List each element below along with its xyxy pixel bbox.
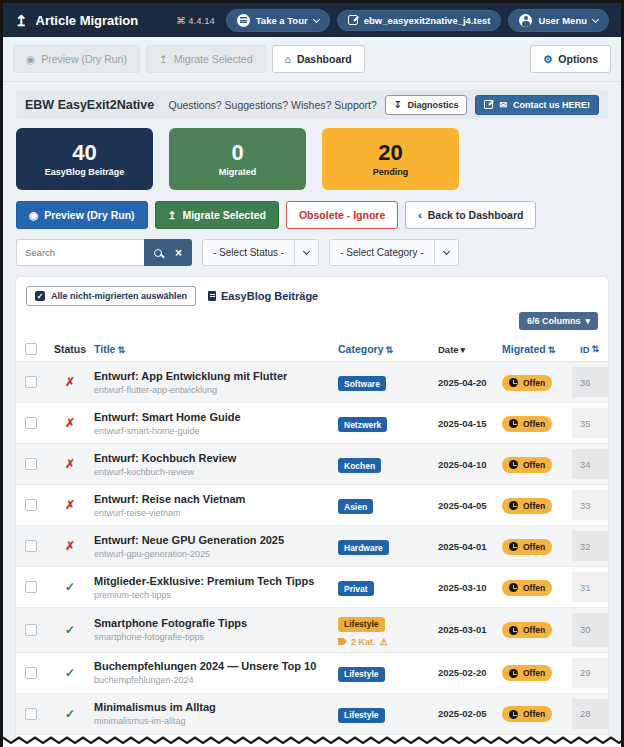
take-a-tour-button[interactable]: Take a Tour bbox=[226, 9, 330, 32]
row-checkbox[interactable] bbox=[25, 581, 37, 593]
article-title[interactable]: Entwurf: Reise nach Vietnam bbox=[94, 493, 330, 505]
article-id: 29 bbox=[572, 658, 608, 688]
header-category[interactable]: Category⇅ bbox=[338, 343, 438, 355]
article-id: 34 bbox=[572, 449, 608, 479]
article-id: 33 bbox=[572, 490, 608, 520]
row-checkbox[interactable] bbox=[25, 624, 37, 636]
table-row: ✗ Entwurf: Neue GPU Generation 2025 entw… bbox=[16, 526, 608, 567]
filter-bar: × - Select Status - - Select Category - bbox=[16, 239, 608, 266]
torn-edge-decoration bbox=[3, 734, 621, 747]
chevron-down-icon bbox=[303, 248, 310, 255]
header-date[interactable]: Date▾ bbox=[438, 344, 502, 355]
row-checkbox[interactable] bbox=[25, 376, 37, 388]
article-title[interactable]: Smartphone Fotografie Tipps bbox=[94, 617, 330, 629]
clear-search-icon[interactable]: × bbox=[175, 247, 182, 259]
table-row: ✗ Entwurf: Kochbuch Review entwurf-kochb… bbox=[16, 444, 608, 485]
article-date: 2025-03-10 bbox=[438, 582, 502, 593]
article-title[interactable]: Entwurf: Neue GPU Generation 2025 bbox=[94, 534, 330, 546]
status-icon: ✗ bbox=[65, 498, 75, 512]
search-input[interactable] bbox=[16, 239, 144, 266]
toolbar-migrate-button[interactable]: ↥ Migrate Selected bbox=[146, 45, 266, 73]
gear-icon: ⚙ bbox=[543, 53, 552, 65]
category-select[interactable]: - Select Category - bbox=[329, 239, 458, 266]
toolbar-dashboard-button[interactable]: ⌂ Dashboard bbox=[272, 45, 365, 73]
header-id[interactable]: ID⇅ bbox=[572, 337, 608, 361]
row-checkbox[interactable] bbox=[25, 708, 37, 720]
status-select[interactable]: - Select Status - bbox=[202, 239, 319, 266]
row-checkbox[interactable] bbox=[25, 458, 37, 470]
category-badge: Lifestyle bbox=[338, 667, 385, 682]
envelope-icon: ✉ bbox=[499, 100, 507, 110]
migrated-badge: Offen bbox=[502, 498, 552, 514]
checked-checkbox-icon: ✓ bbox=[35, 291, 45, 301]
sort-icon: ⇅ bbox=[117, 345, 125, 355]
contact-button[interactable]: ✉ Contact us HERE! bbox=[475, 95, 599, 115]
site-link-button[interactable]: ebw_easyexit2native_j4.test bbox=[337, 10, 502, 31]
stat-value: 20 bbox=[378, 142, 402, 164]
stat-label: EasyBlog Beiträge bbox=[45, 167, 125, 177]
select-all-unmigrated-button[interactable]: ✓ Alle nicht-migrierten auswählen bbox=[26, 286, 196, 306]
article-slug: entwurf-reise-vietnam bbox=[94, 508, 330, 518]
row-checkbox[interactable] bbox=[25, 540, 37, 552]
migrated-badge: Offen bbox=[502, 580, 552, 596]
stat-cards: 40 EasyBlog Beiträge 0 Migrated 20 Pendi… bbox=[16, 128, 608, 190]
status-icon: ✗ bbox=[65, 457, 75, 471]
status-icon: ✗ bbox=[65, 375, 75, 389]
article-id: 31 bbox=[572, 572, 608, 602]
row-checkbox[interactable] bbox=[25, 417, 37, 429]
category-badge: Hardware bbox=[338, 540, 389, 555]
select-all-checkbox[interactable] bbox=[25, 343, 37, 355]
article-date: 2025-02-20 bbox=[438, 667, 502, 678]
row-checkbox[interactable] bbox=[25, 499, 37, 511]
document-icon bbox=[208, 291, 216, 301]
warning-icon: ⚠ bbox=[380, 637, 388, 647]
app-window: ↥ Article Migration ⌘ 4.4.14 Take a Tour… bbox=[0, 0, 624, 747]
chevron-down-icon bbox=[592, 15, 599, 22]
article-title[interactable]: Entwurf: Smart Home Guide bbox=[94, 411, 330, 423]
obsolete-ignore-button[interactable]: Obsolete - Ignore bbox=[286, 201, 398, 229]
article-title[interactable]: Buchempfehlungen 2024 — Unsere Top 10 bbox=[94, 660, 330, 672]
diagnostics-button[interactable]: ↧ Diagnostics bbox=[385, 95, 468, 115]
header-migrated[interactable]: Migrated⇅ bbox=[502, 343, 572, 355]
chevron-down-icon bbox=[313, 15, 320, 22]
sort-icon: ⇅ bbox=[386, 345, 394, 355]
category-extra: 2 Kat. ⚠ bbox=[338, 637, 438, 647]
header-status: Status bbox=[46, 343, 94, 355]
toolbar-options-button[interactable]: ⚙ Options bbox=[530, 45, 611, 73]
category-badge: Software bbox=[338, 376, 386, 391]
page-title: Article Migration bbox=[36, 13, 139, 28]
eye-icon: ◉ bbox=[26, 53, 35, 65]
external-link-icon bbox=[348, 15, 358, 25]
search-icon[interactable] bbox=[154, 249, 162, 257]
toolbar-preview-button[interactable]: ◉ Preview (Dry Run) bbox=[13, 45, 140, 73]
status-icon: ✗ bbox=[65, 416, 75, 430]
status-icon: ✓ bbox=[65, 580, 75, 594]
article-slug: entwurf-smart-home-guide bbox=[94, 426, 330, 436]
article-title[interactable]: Entwurf: App Entwicklung mit Flutter bbox=[94, 370, 330, 382]
user-menu-button[interactable]: User Menu bbox=[508, 9, 609, 32]
upload-icon: ↥ bbox=[159, 53, 168, 65]
sort-desc-icon: ▾ bbox=[461, 345, 466, 355]
article-title[interactable]: Mitglieder-Exklusive: Premium Tech Tipps bbox=[94, 575, 330, 587]
stat-value: 40 bbox=[72, 142, 96, 164]
columns-dropdown-button[interactable]: 6/6 Columns ▾ bbox=[519, 312, 598, 330]
article-title[interactable]: Minimalismus im Alltag bbox=[94, 701, 330, 713]
article-title[interactable]: Entwurf: Kochbuch Review bbox=[94, 452, 330, 464]
user-icon bbox=[519, 14, 532, 27]
header-title[interactable]: Title⇅ bbox=[94, 343, 338, 355]
back-to-dashboard-button[interactable]: ‹ Back to Dashboard bbox=[405, 201, 536, 229]
status-icon: ✗ bbox=[65, 539, 75, 553]
table-row: ✗ Entwurf: App Entwicklung mit Flutter e… bbox=[16, 362, 608, 403]
upload-icon: ↥ bbox=[168, 209, 177, 221]
category-badge: Asien bbox=[338, 499, 373, 514]
article-slug: minimalismus-im-alltag bbox=[94, 716, 330, 726]
clock-icon bbox=[509, 542, 518, 551]
table-row: ✓ Smartphone Fotografie Tipps smartphone… bbox=[16, 608, 608, 653]
migrate-selected-button[interactable]: ↥ Migrate Selected bbox=[155, 201, 279, 229]
sort-icon: ⇅ bbox=[592, 344, 600, 354]
row-checkbox[interactable] bbox=[25, 667, 37, 679]
preview-dry-run-button[interactable]: ◉ Preview (Dry Run) bbox=[16, 201, 148, 229]
search-button-group[interactable]: × bbox=[144, 239, 192, 266]
caret-down-icon: ▾ bbox=[585, 316, 590, 326]
component-title: EBW EasyExit2Native bbox=[25, 98, 154, 112]
